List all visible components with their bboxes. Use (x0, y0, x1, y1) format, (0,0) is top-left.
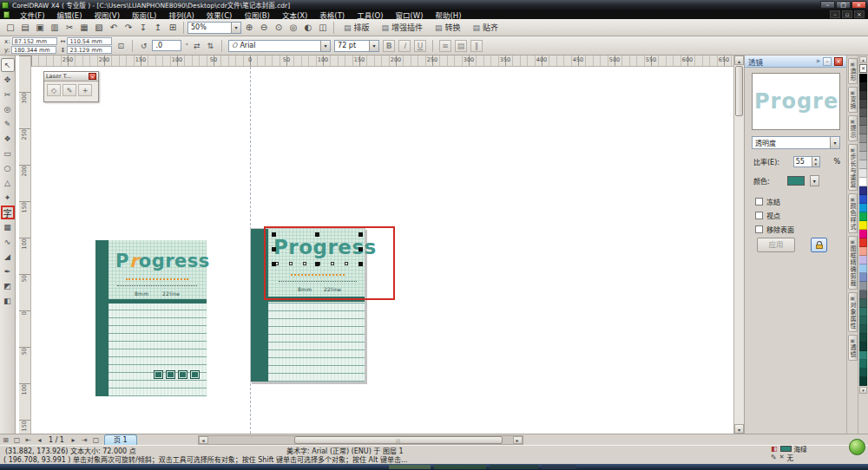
y-position-field[interactable]: 180.344 mm (11, 46, 56, 54)
text-tool[interactable]: 字 (1, 206, 15, 219)
zoom-in-icon[interactable]: ⊕ (242, 21, 256, 35)
outline-pen-tool[interactable]: ✒ (1, 264, 15, 278)
basic-shapes-tool[interactable]: ✦ (1, 191, 15, 205)
fill-tool[interactable]: ◩ (1, 279, 15, 293)
color-swatch[interactable] (859, 290, 867, 299)
checkbox-box[interactable] (755, 198, 763, 206)
close-button[interactable]: × (852, 1, 866, 9)
drawing-canvas[interactable]: Laser T... × ◇✎+ Progress 8mm 22line (31, 67, 733, 434)
tab-powerclip[interactable]: ▣ 图框精确剪裁 (848, 236, 858, 290)
chevron-down-icon[interactable]: ▾ (810, 175, 819, 186)
zoom-all-icon[interactable]: ◎ (286, 21, 300, 35)
tab-hints[interactable]: ▣ 提示 (848, 115, 858, 141)
lens-color-swatch[interactable] (787, 176, 805, 186)
color-swatch[interactable] (859, 82, 867, 91)
scrollbar-thumb[interactable] (735, 66, 743, 116)
horizontal-scrollbar[interactable]: ◂ ||| ▸ (198, 435, 523, 445)
color-swatch[interactable] (859, 74, 867, 82)
typeset-button[interactable]: ▤排版 (338, 21, 376, 35)
open-icon[interactable]: ▤ (18, 21, 32, 35)
menu-arrange[interactable]: 排列(A) (162, 10, 200, 20)
apply-button[interactable]: 应用 (757, 238, 795, 252)
redo-icon[interactable]: ↷ (122, 21, 135, 35)
page-icon[interactable]: ▢ (90, 436, 102, 444)
scroll-left-icon[interactable]: ◂ (199, 436, 208, 444)
app-launcher-icon[interactable]: ⊞ (166, 21, 180, 35)
add-page-icon[interactable]: ⊞ (0, 436, 11, 444)
crop-tool[interactable]: ✂ (1, 88, 15, 101)
font-size-combo[interactable]: 72 pt ▾ (334, 40, 379, 52)
menu-view[interactable]: 视图(V) (89, 10, 126, 20)
paragraph-format-button[interactable]: ▤ (455, 40, 467, 52)
color-swatch[interactable] (859, 360, 867, 369)
minimize-button[interactable]: – (820, 1, 835, 9)
bold-button[interactable]: B (383, 40, 395, 52)
menu-bitmaps[interactable]: 位图(B) (238, 10, 275, 20)
next-page-icon[interactable]: ▸ (68, 436, 79, 444)
remove-face-checkbox[interactable]: 移除表面 (755, 222, 794, 236)
scroll-right-icon[interactable]: ▸ (513, 436, 523, 444)
cut-icon[interactable]: ✂ (62, 21, 76, 35)
color-swatch[interactable] (859, 169, 867, 178)
color-swatch[interactable] (859, 343, 867, 351)
chevron-down-icon[interactable]: ▾ (369, 41, 378, 51)
print-icon[interactable]: ▥ (48, 21, 62, 35)
color-swatch[interactable] (859, 325, 867, 334)
color-swatch[interactable] (859, 230, 867, 238)
mirror-horizontal-icon[interactable]: ⇄ (192, 42, 202, 50)
color-swatch[interactable] (859, 221, 867, 230)
tab-transform[interactable]: ▣ 变换 (848, 87, 858, 113)
color-swatch[interactable] (859, 256, 867, 264)
tab-shaping[interactable]: ▣ 造形 (848, 58, 858, 84)
mirror-vertical-icon[interactable]: ⇅ (206, 42, 216, 50)
object-width-field[interactable]: 110.54 mm (67, 37, 112, 45)
color-swatch[interactable] (859, 126, 867, 134)
scroll-down-icon[interactable]: ▾ (734, 424, 744, 434)
horizontal-ruler[interactable]: 2502001501005005010015020025030035040045… (31, 55, 733, 67)
color-swatch[interactable] (859, 282, 867, 290)
taskbar-item[interactable] (490, 465, 538, 469)
save-icon[interactable]: ▣ (33, 21, 47, 35)
copy-icon[interactable]: ▦ (77, 21, 91, 35)
palette-scroll-up-icon[interactable]: ▴ (859, 56, 867, 63)
rotation-angle-field[interactable]: .0 (152, 40, 181, 51)
first-page-icon[interactable]: ⇤ (23, 436, 34, 444)
freeze-checkbox[interactable]: 冻结 (755, 194, 780, 208)
docker-close-button[interactable]: × (834, 57, 843, 66)
zoom-width-icon[interactable]: ◫ (316, 21, 330, 35)
tab-lens[interactable]: ▣ 透镜 (848, 335, 858, 361)
palette-scroll-down-icon[interactable]: ▾ (859, 387, 867, 394)
color-swatch[interactable] (859, 160, 867, 169)
object-height-field[interactable]: 23.129 mm (67, 46, 112, 54)
color-swatch[interactable] (859, 317, 867, 325)
export-icon[interactable]: ↥ (151, 21, 165, 35)
freehand-tool[interactable]: ✎ (1, 117, 15, 131)
color-swatch[interactable] (859, 264, 867, 273)
color-swatch[interactable] (859, 108, 867, 117)
taskbar-item[interactable] (389, 465, 431, 469)
underline-button[interactable]: U (414, 40, 426, 52)
eyedropper-tool[interactable]: ◢ (1, 250, 15, 264)
color-swatch[interactable] (859, 308, 867, 317)
laser-draw-icon[interactable]: ✎ (62, 84, 76, 96)
chevron-down-icon[interactable]: ▾ (231, 23, 240, 33)
menu-help[interactable]: 帮助(H) (430, 10, 468, 20)
pick-tool[interactable]: ↖ (1, 58, 15, 72)
spin-down-icon[interactable]: ▾ (812, 162, 819, 167)
taskbar-item[interactable] (434, 465, 486, 469)
checkbox-box[interactable] (755, 225, 763, 233)
color-swatch[interactable] (859, 152, 867, 160)
interactive-fill-tool[interactable]: ◧ (1, 294, 15, 308)
laser-close-button[interactable]: × (89, 73, 96, 80)
color-swatch[interactable] (859, 178, 867, 186)
color-swatch[interactable] (859, 100, 867, 108)
menu-tools[interactable]: 工具(O) (351, 10, 389, 20)
vertical-ruler[interactable]: 30025020015010050050100150 (19, 55, 31, 434)
polygon-tool[interactable]: △ (1, 176, 15, 190)
no-color-swatch[interactable]: ✕ (859, 64, 867, 73)
color-swatch[interactable] (859, 91, 867, 100)
scroll-up-icon[interactable]: ▴ (734, 55, 744, 65)
rate-spinner[interactable]: 55 ▴ ▾ (793, 156, 820, 167)
menu-table[interactable]: 表格(T) (313, 10, 351, 20)
smart-fill-tool[interactable]: ❖ (1, 132, 15, 146)
